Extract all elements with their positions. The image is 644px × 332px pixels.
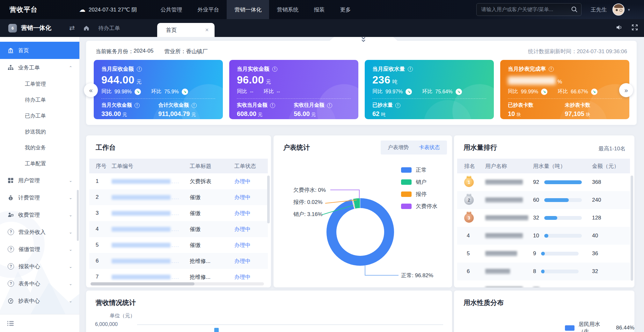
status-link[interactable]: 办理中 bbox=[234, 242, 266, 249]
tab-close-icon[interactable]: × bbox=[205, 26, 209, 33]
toggle-card-status[interactable]: 卡表状态 bbox=[414, 144, 445, 151]
info-icon[interactable]: ! bbox=[135, 103, 140, 108]
info-icon[interactable]: ! bbox=[137, 67, 142, 72]
cards-next-button[interactable]: » bbox=[619, 83, 633, 97]
sidebar-subitem-cc-me[interactable]: 抄送我的 bbox=[0, 124, 79, 140]
chevron-down-icon[interactable]: ⌄ bbox=[69, 230, 72, 235]
sidebar-item-fee-manage[interactable]: 收费管理 ⌄ bbox=[0, 206, 79, 223]
sidebar-item-label: 业务工单 bbox=[18, 64, 40, 71]
user-caret-icon[interactable]: ▾ bbox=[628, 7, 630, 12]
sidebar-item-collection-manage[interactable]: ? 催缴管理 ⌄ bbox=[0, 241, 79, 258]
sidebar-subitem-order-manage[interactable]: 工单管理 bbox=[0, 76, 79, 92]
chevron-down-icon[interactable]: ⌄ bbox=[69, 247, 72, 252]
trend-down-icon: ↘ bbox=[591, 89, 597, 95]
double-chevron-down-icon[interactable] bbox=[359, 36, 368, 45]
chevron-down-icon[interactable]: ⌄ bbox=[69, 213, 72, 217]
sidebar-item-reading-center[interactable]: 抄表中心 ⌄ bbox=[0, 292, 79, 309]
search-icon[interactable] bbox=[571, 6, 578, 14]
sidebar-item-user-manage[interactable]: 用户管理 ⌄ bbox=[0, 172, 79, 189]
sidebar-subitem-my-business[interactable]: 我的业务 bbox=[0, 140, 79, 156]
status-link[interactable]: 办理中 bbox=[234, 273, 266, 281]
worktable-vertical-scrollbar[interactable] bbox=[267, 176, 270, 223]
sidebar-subitem-pending-orders[interactable]: 待办工单 bbox=[0, 92, 79, 108]
ranking-vertical-scrollbar[interactable] bbox=[631, 176, 633, 281]
menu-item-install[interactable]: 报装 bbox=[306, 0, 332, 19]
sidebar-subitem-done-orders[interactable]: 已办工单 bbox=[0, 108, 79, 124]
status-link[interactable]: 办理中 bbox=[234, 178, 266, 185]
menu-item-marketing-integrated[interactable]: 营销一体化 bbox=[227, 0, 269, 19]
table-row[interactable]: 3 .... 催缴 办理中 bbox=[89, 205, 268, 221]
chevron-down-icon[interactable]: ⌄ bbox=[69, 264, 72, 269]
legend-item[interactable]: 报停 bbox=[401, 190, 437, 198]
speaker-icon[interactable] bbox=[615, 24, 623, 32]
table-row[interactable]: 1 .... 欠费拆表 办理中 bbox=[89, 173, 268, 189]
avatar[interactable] bbox=[612, 4, 625, 16]
kpi-card-received-amount[interactable]: 当月实收金额 ! 96.00元 同比-- 环比-- 实收当月金额! 608.00… bbox=[229, 60, 358, 119]
legend-item[interactable]: 欠费停水 bbox=[401, 202, 437, 210]
table-row[interactable]: 6 .... 抢维修... 办理中 bbox=[89, 253, 268, 269]
legend-item[interactable]: 正常 bbox=[401, 166, 437, 174]
sidebar-scrollbar[interactable] bbox=[77, 190, 79, 241]
info-icon[interactable]: ! bbox=[549, 67, 554, 72]
list-item[interactable]: 3 32 128 bbox=[457, 209, 630, 227]
cards-prev-button[interactable]: « bbox=[84, 83, 98, 97]
chevron-down-icon[interactable]: ⌄ bbox=[69, 195, 72, 200]
sidebar-item-label: 收费管理 bbox=[18, 211, 40, 219]
overview-header: 当前账务月份： 2024-05 营业所： 香山镇厂 统计数据刷新时间：2024-… bbox=[96, 48, 627, 55]
list-item-partial[interactable] bbox=[457, 280, 630, 287]
sidebar-item-work-orders[interactable]: 业务工单 ⌃ bbox=[0, 59, 79, 76]
search-input[interactable] bbox=[476, 3, 582, 16]
tab-pending-orders[interactable]: 待办工单 bbox=[99, 25, 120, 32]
table-row[interactable]: 2 .... 催缴 办理中 bbox=[89, 189, 268, 205]
info-icon[interactable]: ! bbox=[192, 103, 197, 108]
list-item[interactable]: 2 60 240 bbox=[457, 191, 630, 209]
list-item[interactable]: 1 92 368 bbox=[457, 173, 630, 191]
status-link[interactable]: 办理中 bbox=[234, 210, 266, 217]
status-link[interactable]: 办理中 bbox=[234, 257, 266, 265]
chevron-down-icon[interactable]: ⌄ bbox=[69, 281, 72, 286]
menu-item-more[interactable]: 更多 bbox=[332, 0, 358, 19]
list-item[interactable]: 4 10 40 bbox=[457, 227, 630, 245]
menu-item-marketing-system[interactable]: 营销系统 bbox=[269, 0, 306, 19]
sidebar-item-install-center[interactable]: ? 报装中心 ⌄ bbox=[0, 258, 79, 275]
status-link[interactable]: 办理中 bbox=[234, 194, 266, 201]
sidebar-item-billing-manage[interactable]: $ 计费管理 ⌄ bbox=[0, 189, 79, 206]
legend-swatch bbox=[401, 191, 412, 197]
table-row[interactable]: 5 .... 催缴 办理中 bbox=[89, 237, 268, 253]
sidebar-item-meter-center[interactable]: ? 表务中心 ⌄ bbox=[0, 275, 79, 292]
chevron-up-icon[interactable]: ⌃ bbox=[69, 65, 72, 70]
list-item[interactable]: 5 9 36 bbox=[457, 245, 630, 263]
table-row[interactable]: 4 .... 催缴 办理中 bbox=[89, 221, 268, 237]
toggle-meter-growth[interactable]: 户表增势 bbox=[383, 144, 414, 151]
swap-tabs-icon[interactable]: ⇄ bbox=[69, 24, 75, 32]
legend-item[interactable]: 销户 bbox=[401, 178, 437, 186]
kpi-card-receivable-water[interactable]: 当月应收水量 ! 236吨 同比99.97% ↘ 环比75.64% ↘ 已抄水量… bbox=[365, 60, 494, 119]
menu-item-field[interactable]: 外业平台 bbox=[190, 0, 227, 19]
info-icon[interactable]: ! bbox=[408, 67, 413, 72]
chevron-down-icon[interactable]: ⌄ bbox=[69, 299, 72, 303]
fullscreen-icon[interactable] bbox=[631, 24, 638, 32]
user-name[interactable]: 王先生 bbox=[590, 6, 607, 13]
meter-status-donut-chart[interactable] bbox=[326, 198, 394, 266]
worktable-horizontal-scrollbar[interactable] bbox=[91, 282, 264, 285]
info-icon[interactable]: ! bbox=[327, 103, 332, 108]
sidebar-item-label: 首页 bbox=[18, 47, 29, 54]
home-icon[interactable] bbox=[83, 25, 90, 31]
kpi-card-receivable-amount[interactable]: 当月应收金额 ! 944.00元 同比99.98% ↘ 环比75.9% ↘ 当月… bbox=[94, 60, 223, 119]
info-icon[interactable]: ! bbox=[395, 103, 400, 108]
sidebar-item-home[interactable]: 首页 bbox=[0, 42, 79, 59]
menu-item-public[interactable]: 公共管理 bbox=[153, 0, 190, 19]
list-item[interactable]: 6 8 32 bbox=[457, 263, 630, 280]
info-icon[interactable]: ! bbox=[270, 103, 275, 108]
sidebar-item-nonop-income[interactable]: ? 营业外收入 ⌄ bbox=[0, 223, 79, 241]
kpi-card-reading-completion[interactable]: 当月抄表完成率 ! % 同比99.99% ↘ 环比66.67% ↘ 已抄表卡数 bbox=[500, 60, 629, 119]
status-link[interactable]: 办理中 bbox=[234, 226, 266, 233]
app-tab-bar: 6 营销一体化 ⇄ 待办工单 首页 × bbox=[0, 19, 644, 37]
tab-home-active[interactable]: 首页 × bbox=[157, 23, 215, 37]
sidebar-subitem-order-config[interactable]: 工单配置 bbox=[0, 156, 79, 172]
global-search bbox=[476, 3, 582, 16]
menu-list-icon[interactable] bbox=[7, 320, 14, 327]
chevron-down-icon[interactable]: ⌄ bbox=[69, 178, 72, 183]
info-icon[interactable]: ! bbox=[272, 67, 277, 72]
water-nature-legend[interactable]: 居民用水（生... 86.44% bbox=[565, 321, 634, 332]
